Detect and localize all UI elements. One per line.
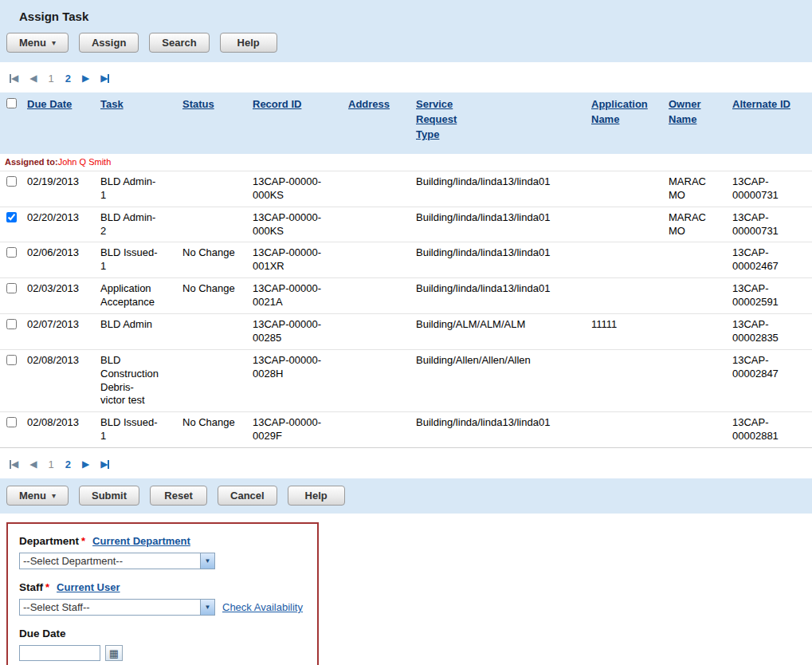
column-header-service-request-type[interactable]: Service Request Type: [416, 97, 465, 143]
cell-address: [345, 207, 413, 242]
assigned-to-label: Assigned to:: [5, 157, 58, 167]
assign-button-label: Assign: [92, 37, 126, 49]
cell-address: [345, 349, 413, 412]
page-number-current: 1: [48, 458, 53, 470]
column-header-due-date[interactable]: Due Date: [27, 98, 72, 110]
check-availability-link[interactable]: Check Availability: [222, 601, 303, 613]
required-marker: *: [81, 535, 85, 547]
table-row: 02/08/2013 BLD Construction Debris-victo…: [0, 349, 812, 412]
cell-application-name: [588, 349, 665, 412]
column-header-address[interactable]: Address: [348, 98, 390, 110]
calendar-icon[interactable]: ▦: [105, 645, 123, 661]
required-marker: *: [45, 581, 49, 593]
next-page-icon[interactable]: ▶: [82, 459, 89, 469]
column-header-alternate-id[interactable]: Alternate ID: [732, 98, 790, 110]
cell-alternate-id: 13CAP-00002591: [732, 282, 801, 309]
cell-owner-name: MARAC MO: [669, 211, 708, 238]
page-title: Assign Task: [19, 10, 812, 23]
prev-page-icon[interactable]: ◀: [29, 73, 37, 83]
cell-address: [345, 171, 413, 207]
first-page-icon[interactable]: ◀: [10, 73, 18, 83]
page-number-current: 1: [48, 73, 53, 85]
dropdown-arrow-icon: ▼: [200, 600, 214, 615]
cell-record-id: 13CAP-00000-000KS: [253, 211, 321, 238]
menu-button[interactable]: Menu ▾: [6, 33, 69, 53]
help-button[interactable]: Help: [288, 486, 345, 506]
row-checkbox[interactable]: [6, 355, 17, 365]
menu-button-label: Menu: [19, 490, 46, 502]
reset-button[interactable]: Reset: [150, 486, 207, 506]
cell-due-date: 02/06/2013: [24, 242, 97, 278]
cell-service-request-type: Building/linda/linda13/linda01: [413, 242, 588, 278]
cell-status: No Change: [179, 412, 249, 448]
cell-due-date: 02/08/2013: [24, 412, 97, 448]
menu-button[interactable]: Menu ▾: [6, 486, 69, 506]
cell-task: BLD Construction Debris-victor test: [100, 354, 158, 408]
cell-alternate-id: 13CAP-00002467: [732, 246, 801, 273]
search-button[interactable]: Search: [149, 33, 209, 53]
page-number-link[interactable]: 2: [65, 73, 71, 85]
cell-due-date: 02/08/2013: [24, 349, 97, 412]
cell-due-date: 02/03/2013: [24, 278, 97, 314]
due-date-input[interactable]: [19, 645, 100, 661]
table-row: 02/20/2013 BLD Admin-2 13CAP-00000-000KS…: [0, 207, 812, 242]
staff-select[interactable]: --Select Staff-- ▼: [19, 599, 215, 616]
submit-button[interactable]: Submit: [79, 486, 139, 506]
row-checkbox[interactable]: [6, 247, 17, 258]
help-button-label: Help: [237, 37, 260, 49]
pagination-bottom: ◀ ◀ 1 2 ▶ ▶: [10, 457, 812, 471]
staff-label: Staff: [19, 581, 43, 593]
next-page-icon[interactable]: ▶: [82, 73, 89, 83]
row-checkbox[interactable]: [6, 417, 17, 427]
department-label: Department: [19, 535, 79, 547]
select-all-checkbox[interactable]: [6, 98, 17, 108]
cell-service-request-type: Building/linda/linda13/linda01: [413, 207, 588, 242]
top-toolbar: Menu ▾ Assign Search Help: [6, 33, 812, 53]
last-page-icon[interactable]: ▶: [100, 73, 109, 83]
prev-page-icon[interactable]: ◀: [29, 459, 37, 469]
help-button[interactable]: Help: [220, 33, 277, 53]
cell-task: BLD Admin: [100, 318, 152, 332]
column-header-record-id[interactable]: Record ID: [253, 98, 301, 110]
cell-address: [345, 313, 413, 349]
cell-status: No Change: [179, 242, 249, 278]
cell-task: BLD Issued-1: [100, 416, 158, 443]
reset-button-label: Reset: [164, 490, 192, 502]
chevron-down-icon: ▾: [52, 38, 56, 47]
page-number-link[interactable]: 2: [65, 458, 71, 470]
task-table: Due Date Task Status Record ID Address S…: [0, 92, 812, 448]
cell-application-name: [588, 171, 665, 207]
row-checkbox[interactable]: [6, 283, 17, 293]
table-row: 02/06/2013 BLD Issued-1 No Change 13CAP-…: [0, 242, 812, 278]
due-date-label: Due Date: [19, 628, 66, 639]
cell-record-id: 13CAP-00000-0028H: [253, 354, 321, 381]
cell-task: Application Acceptance: [100, 282, 158, 309]
cell-record-id: 13CAP-00000-00285: [253, 318, 321, 345]
action-panel: Menu ▾ Submit Reset Cancel Help: [0, 478, 812, 514]
current-user-link[interactable]: Current User: [57, 581, 120, 593]
row-checkbox[interactable]: [6, 212, 17, 222]
first-page-icon[interactable]: ◀: [10, 459, 18, 469]
assign-form: Department * Current Department --Select…: [6, 522, 319, 665]
row-checkbox[interactable]: [6, 176, 17, 187]
column-header-application-name[interactable]: Application Name: [591, 97, 652, 128]
cell-record-id: 13CAP-00000-001XR: [253, 246, 321, 273]
staff-select-value: --Select Staff--: [20, 600, 200, 615]
assign-button[interactable]: Assign: [79, 33, 139, 53]
column-header-owner-name[interactable]: Owner Name: [669, 97, 708, 128]
header-panel: Assign Task Menu ▾ Assign Search Help: [0, 0, 812, 62]
cell-application-name: [588, 278, 665, 314]
column-header-task[interactable]: Task: [100, 98, 124, 110]
column-header-status[interactable]: Status: [182, 98, 214, 110]
cell-address: [345, 278, 413, 314]
cell-task: BLD Admin-1: [100, 175, 158, 203]
department-select[interactable]: --Select Department-- ▼: [19, 553, 215, 569]
cancel-button[interactable]: Cancel: [218, 486, 277, 506]
chevron-down-icon: ▾: [52, 491, 56, 500]
table-row: 02/07/2013 BLD Admin 13CAP-00000-00285 B…: [0, 313, 812, 349]
current-department-link[interactable]: Current Department: [92, 535, 190, 547]
last-page-icon[interactable]: ▶: [100, 459, 109, 469]
row-checkbox[interactable]: [6, 319, 17, 329]
cell-due-date: 02/07/2013: [24, 313, 97, 349]
cell-address: [345, 412, 413, 448]
